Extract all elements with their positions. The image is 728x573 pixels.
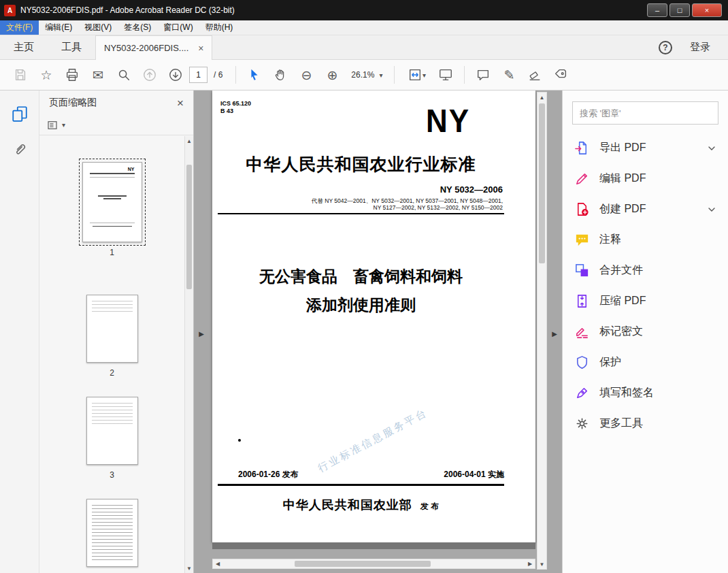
select-tool-button[interactable] [242, 64, 267, 86]
watermark-text: 行业标准信息服务平台 [316, 406, 430, 475]
envelope-icon: ✉ [93, 67, 103, 83]
tool-edit-pdf[interactable]: 编辑 PDF [563, 163, 728, 194]
comment-tool-button[interactable] [471, 64, 495, 86]
tool-more-tools[interactable]: 更多工具 [563, 408, 728, 439]
tab-bar: 主页 工具 NY5032-2006FDIS.... × ? 登录 [0, 35, 728, 60]
thumbnail-page-1-preview: NY [82, 162, 142, 242]
redact-icon [574, 324, 590, 340]
tool-combine-files[interactable]: 合并文件 [563, 255, 728, 286]
panel-close-icon[interactable]: × [177, 97, 184, 109]
sign-in-button[interactable]: 登录 [690, 41, 710, 54]
tab-tools[interactable]: 工具 [48, 35, 95, 59]
zoom-level-dropdown[interactable]: 26.1% ▾ [346, 64, 388, 86]
scroll-right-icon[interactable]: ▶ [525, 559, 535, 568]
next-page-button[interactable] [163, 64, 188, 86]
email-button[interactable]: ✉ [86, 64, 110, 86]
scroll-up-icon[interactable]: ▲ [537, 93, 546, 102]
tool-compress-pdf[interactable]: 压缩 PDF [563, 286, 728, 316]
export-pdf-icon [574, 140, 590, 156]
document-title: 无公害食品 畜禽饲料和饲料 添加剂使用准则 [218, 262, 504, 319]
minimize-button[interactable]: – [647, 3, 667, 17]
save-button[interactable] [8, 64, 33, 86]
page-thumbnails-panel-button[interactable] [6, 101, 33, 126]
close-button[interactable]: × [692, 3, 722, 17]
tab-document[interactable]: NY5032-2006FDIS.... × [95, 35, 212, 60]
tool-export-pdf[interactable]: 导出 PDF [563, 133, 728, 163]
chevron-down-icon [706, 143, 717, 154]
maximize-button[interactable]: □ [669, 3, 690, 17]
tool-protect[interactable]: 保护 [563, 347, 728, 378]
scrollbar-thumb[interactable] [295, 561, 431, 567]
thumbnails-scrollbar[interactable]: ▲ ▼ [184, 136, 193, 573]
create-pdf-icon [574, 201, 590, 217]
document-horizontal-scrollbar[interactable]: ◀ ▶ [212, 559, 535, 569]
search-tool-button[interactable] [112, 64, 136, 86]
chevron-down-icon: ▾ [62, 121, 65, 129]
scroll-up-icon[interactable]: ▲ [185, 136, 193, 146]
thumbnails-list: NY 1 2 3 [39, 136, 184, 573]
menu-edit[interactable]: 编辑(E) [39, 20, 78, 35]
tool-label: 更多工具 [599, 416, 643, 431]
hand-tool-button[interactable] [268, 64, 293, 86]
tools-search-input[interactable] [572, 101, 718, 125]
page-count-label: / 6 [214, 70, 222, 80]
fit-width-button[interactable]: ▾ [401, 64, 432, 86]
thumbnail-page-2[interactable]: 2 [75, 295, 150, 378]
edit-pdf-icon [574, 171, 590, 186]
zoom-in-button[interactable]: ⊕ [320, 64, 344, 86]
scroll-left-icon[interactable]: ◀ [213, 559, 222, 568]
menu-sign[interactable]: 签名(S) [118, 20, 157, 35]
tools-panel: 导出 PDF 编辑 PDF 创建 PDF 注释 合并文件 压缩 PDF 标记密文 [562, 91, 728, 573]
tool-create-pdf[interactable]: 创建 PDF [563, 194, 728, 225]
main-toolbar: ☆ ✉ / 6 ⊖ ⊕ 26.1% ▾ ▾ ✎ [0, 60, 728, 91]
scroll-down-icon[interactable]: ▼ [537, 559, 546, 569]
zoom-out-button[interactable]: ⊖ [294, 64, 318, 86]
menu-file[interactable]: 文件(F) [0, 20, 39, 35]
print-icon [65, 67, 80, 82]
scrollbar-thumb[interactable] [186, 165, 192, 289]
tool-label: 保护 [599, 355, 621, 370]
menu-view[interactable]: 视图(V) [78, 20, 118, 35]
eraser-tool-button[interactable] [523, 64, 547, 86]
thumbnail-page-1[interactable]: NY 1 [71, 162, 153, 257]
tool-label: 压缩 PDF [599, 294, 646, 308]
pencil-icon: ✎ [503, 67, 514, 83]
document-view-area[interactable]: ICS 65.120 B 43 NY 中华人民共和国农业行业标准 NY 5032… [194, 91, 562, 573]
tab-home[interactable]: 主页 [0, 35, 48, 59]
tool-redact[interactable]: 标记密文 [563, 316, 728, 347]
collapse-right-panel-icon[interactable]: ▶ [550, 325, 559, 342]
dates-row: 2006-01-26 发布 2006-04-01 实施 [218, 469, 504, 480]
thumbnail-page-4[interactable]: 4 [75, 499, 150, 573]
menu-help[interactable]: 帮助(H) [199, 20, 239, 35]
tool-label: 注释 [599, 233, 621, 247]
page-bottom-edge [212, 542, 535, 549]
scroll-down-icon[interactable]: ▼ [185, 563, 193, 573]
print-button[interactable] [60, 64, 84, 86]
tool-fill-sign[interactable]: 填写和签名 [563, 378, 728, 408]
tool-comment[interactable]: 注释 [563, 225, 728, 255]
highlight-tool-button[interactable]: ✎ [497, 64, 521, 86]
scrollbar-thumb[interactable] [539, 103, 545, 263]
tab-document-label: NY5032-2006FDIS.... [104, 43, 188, 53]
favorites-button[interactable]: ☆ [34, 64, 59, 86]
implement-date: 2006-04-01 实施 [444, 469, 504, 480]
thumbnail-page-label: 3 [75, 470, 150, 480]
thumbnails-options-button[interactable]: ▾ [46, 119, 65, 131]
presentation-mode-button[interactable] [433, 64, 458, 86]
page-number-input[interactable] [189, 67, 208, 83]
menu-window[interactable]: 窗口(W) [157, 20, 199, 35]
collapse-left-panel-icon[interactable]: ▶ [197, 325, 206, 342]
ics-classification: ICS 65.120 B 43 [220, 100, 251, 115]
star-icon: ☆ [40, 67, 52, 83]
previous-page-button[interactable] [137, 64, 162, 86]
tab-close-icon[interactable]: × [198, 43, 203, 54]
thumbnail-page-label: 2 [75, 368, 150, 378]
stamp-tool-button[interactable] [548, 64, 573, 86]
attachments-panel-button[interactable] [6, 137, 33, 161]
help-icon[interactable]: ? [659, 41, 672, 54]
window-title: NY5032-2006FDIS.pdf - Adobe Acrobat Read… [20, 5, 235, 15]
window-controls: – □ × [647, 3, 724, 17]
publish-word: 发 布 [420, 501, 439, 512]
document-vertical-scrollbar[interactable]: ▲ ▼ [537, 92, 547, 570]
thumbnail-page-3[interactable]: 3 [75, 397, 150, 480]
